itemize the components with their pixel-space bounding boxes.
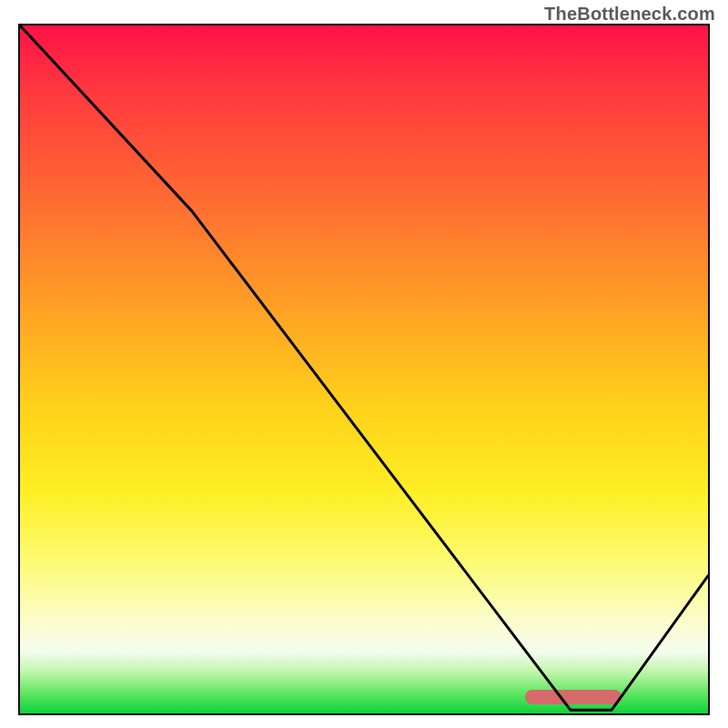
bottleneck-curve bbox=[20, 25, 708, 713]
chart-area bbox=[18, 24, 710, 715]
watermark-text: TheBottleneck.com bbox=[544, 4, 715, 25]
